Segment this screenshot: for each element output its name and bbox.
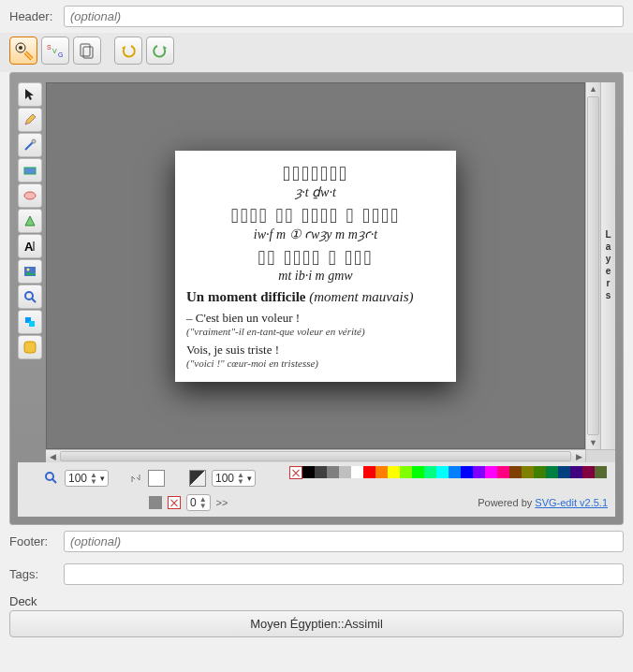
palette-swatch[interactable]	[400, 466, 412, 478]
zoom-icon	[44, 471, 59, 486]
svg-editor: A 𓅓𓄿𓂧𓇳𓅱𓅓𓅱 ȝ·t ḏw·t 𓇋𓅱𓆑𓀀 𓅓𓏤 𓂝𓅱𓇋𓇋 𓅓 𓅓𓇋𓂋𓏏	[9, 72, 624, 525]
rect-tool[interactable]	[18, 158, 42, 183]
palette-swatch[interactable]	[424, 466, 436, 478]
palette-swatch[interactable]	[534, 466, 546, 478]
palette-swatch[interactable]	[302, 466, 315, 478]
horizontal-scrollbar[interactable]: ◀▶	[46, 449, 585, 462]
vertical-scrollbar[interactable]: ▲▼	[585, 82, 600, 449]
svg-point-14	[25, 292, 33, 299]
svg-point-1	[19, 46, 22, 50]
zoom-spinner[interactable]: 100▲▼▾	[65, 470, 109, 487]
arrow-indicator: >>	[216, 497, 228, 508]
svg-point-9	[24, 192, 36, 199]
palette-swatch[interactable]	[436, 466, 449, 478]
header-label: Header:	[9, 9, 56, 23]
palette-swatch[interactable]	[509, 466, 522, 478]
stroke-swatch[interactable]	[189, 470, 206, 487]
transliteration-3: mt ib·i m gmw	[186, 269, 445, 284]
svg-rect-18	[24, 342, 36, 353]
palette-swatch[interactable]	[595, 466, 607, 478]
eyedropper-tool[interactable]	[18, 310, 42, 334]
document-tool-button[interactable]	[73, 37, 101, 65]
palette-swatch[interactable]	[351, 466, 363, 478]
deck-label: Deck	[0, 591, 633, 610]
layers-panel-tab[interactable]: Layers	[600, 82, 615, 449]
palette-swatch[interactable]	[412, 466, 424, 478]
hiero-line-2: 𓇋𓅱𓆑𓀀 𓅓𓏤 𓂝𓅱𓇋𓇋 𓅓 𓅓𓇋𓂋𓏏	[186, 206, 445, 226]
fill-swatch[interactable]	[148, 470, 165, 487]
editor-status-bar-2: 0▲▼ >> Powered by SVG-edit v2.5.1	[18, 492, 615, 517]
svg-rect-8	[24, 168, 36, 174]
palette-swatch[interactable]	[558, 466, 570, 478]
line-tool[interactable]	[18, 133, 42, 157]
footer-label: Footer:	[9, 534, 56, 548]
svg-tool-button[interactable]: SVG	[41, 37, 69, 65]
svg-text:S: S	[47, 44, 52, 51]
deck-selector-button[interactable]: Moyen Égyptien::Assimil	[9, 610, 624, 637]
zoom-tool[interactable]	[18, 285, 42, 309]
undo-button[interactable]	[114, 37, 142, 65]
palette-swatch[interactable]	[461, 466, 473, 478]
transliteration-1: ȝ·t ḏw·t	[186, 184, 445, 200]
stroke-style-swatch[interactable]	[149, 496, 162, 509]
svg-rect-17	[29, 321, 35, 327]
palette-swatch[interactable]	[582, 466, 595, 478]
hiero-line-1: 𓅓𓄿𓂧𓇳𓅱𓅓𓅱	[186, 164, 445, 184]
svg-text:G: G	[58, 51, 63, 58]
transliteration-2: iw·f m ① ꜥwȝy m mȝꜥ·t	[186, 226, 445, 242]
canvas-image: 𓅓𓄿𓂧𓇳𓅱𓅓𓅱 ȝ·t ḏw·t 𓇋𓅱𓆑𓀀 𓅓𓏤 𓂝𓅱𓇋𓇋 𓅓 𓅓𓇋𓂋𓏏 iw·…	[175, 151, 456, 382]
pencil-tool[interactable]	[18, 108, 42, 132]
svg-point-19	[46, 473, 53, 480]
doc-title: Un moment difficile (moment mauvais)	[186, 289, 445, 305]
doc-line-1: – C'est bien un voleur !	[186, 311, 445, 326]
no-stroke-icon[interactable]	[168, 496, 181, 509]
side-toolbar: A	[18, 82, 46, 462]
svg-point-7	[32, 139, 36, 143]
palette-swatch[interactable]	[339, 466, 351, 478]
palette-swatch[interactable]	[473, 466, 485, 478]
svg-line-15	[32, 299, 36, 302]
svg-line-20	[52, 479, 56, 483]
doc-line-2: Vois, je suis triste !	[186, 343, 445, 358]
palette-swatch[interactable]	[522, 466, 534, 478]
text-tool[interactable]: A	[18, 234, 42, 258]
palette-swatch[interactable]	[449, 466, 461, 478]
powered-by: Powered by SVG-edit v2.5.1	[478, 497, 608, 508]
draw-tool-button[interactable]	[9, 37, 37, 65]
palette-swatch[interactable]	[497, 466, 509, 478]
palette-swatch[interactable]	[363, 466, 375, 478]
palette-swatch[interactable]	[388, 466, 400, 478]
svg-edit-link[interactable]: SVG-edit v2.5.1	[535, 497, 608, 508]
svg-text:A: A	[24, 240, 34, 254]
palette-swatch[interactable]	[485, 466, 497, 478]
tags-input[interactable]	[64, 563, 624, 585]
palette-swatch[interactable]	[570, 466, 582, 478]
color-palette	[289, 466, 611, 490]
shape-lib-tool[interactable]	[18, 335, 42, 359]
palette-swatch[interactable]	[546, 466, 558, 478]
editor-status-bar: 100▲▼▾ 100▲▼▾	[18, 462, 615, 492]
canvas[interactable]: 𓅓𓄿𓂧𓇳𓅱𓅓𓅱 ȝ·t ḏw·t 𓇋𓅱𓆑𓀀 𓅓𓏤 𓂝𓅱𓇋𓇋 𓅓 𓅓𓇋𓂋𓏏 iw·…	[46, 82, 585, 449]
tags-label: Tags:	[9, 567, 56, 581]
hiero-line-3: 𓅓𓏏 𓇋𓃀𓄣𓀀 𓅓 𓎼𓅓𓅱	[186, 248, 445, 269]
svg-text:V: V	[52, 48, 57, 54]
opacity-spinner[interactable]: 100▲▼▾	[212, 470, 256, 487]
doc-note-1: ("vraiment"-il en-tant-que voleur en vér…	[186, 326, 445, 337]
path-tool[interactable]	[18, 209, 42, 233]
palette-swatch[interactable]	[375, 466, 388, 478]
palette-swatch[interactable]	[327, 466, 339, 478]
stroke-dash-spinner[interactable]: 0▲▼	[186, 494, 211, 511]
swap-colors-icon[interactable]	[129, 472, 142, 485]
doc-note-2: ("voici !" cœur-moi en tristesse)	[186, 358, 445, 369]
no-color-icon[interactable]	[289, 466, 302, 479]
ellipse-tool[interactable]	[18, 183, 42, 208]
redo-button[interactable]	[146, 37, 174, 65]
palette-swatch[interactable]	[315, 466, 327, 478]
footer-input[interactable]	[64, 531, 624, 552]
image-tool[interactable]	[18, 259, 42, 284]
select-tool[interactable]	[18, 82, 42, 107]
svg-rect-5	[81, 44, 90, 56]
top-toolbar: SVG	[0, 33, 633, 72]
svg-point-13	[27, 269, 30, 271]
header-input[interactable]	[64, 6, 624, 27]
